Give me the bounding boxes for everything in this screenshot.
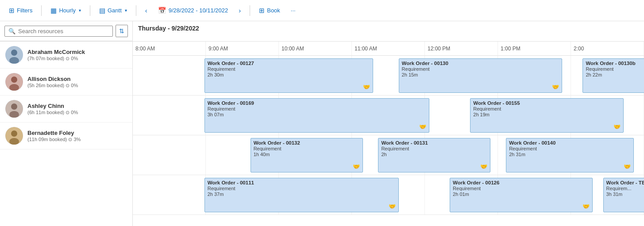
event-duration: 2h 30m	[208, 72, 370, 77]
time-col	[133, 135, 206, 175]
time-slot-header: 11:00 AM	[352, 42, 425, 55]
event-block[interactable]: Work Order - 00130b Requirement 2h 22m 🤝	[582, 58, 644, 93]
event-block[interactable]: Work Order - 00111 Requirement 2h 37m 🤝	[204, 178, 399, 212]
date-header: Thursday - 9/29/2022	[133, 21, 644, 42]
svg-point-10	[11, 130, 17, 137]
prev-button[interactable]: ‹	[142, 4, 151, 16]
timeline-row: Work Order - 00169 Requirement 3h 07m 🤝 …	[133, 96, 644, 135]
resource-item[interactable]: Allison Dickson (5h 26m booked) ⊙ 0%	[0, 69, 132, 96]
filters-button[interactable]: ⊞ Filters	[5, 4, 36, 17]
app-container: ⊞ Filters ▦ Hourly ▾ ▤ Gantt ▾ ‹ 📅 9/28/…	[0, 0, 644, 226]
handshake-icon: 🤝	[353, 163, 360, 170]
event-duration: 2h 22m	[586, 72, 644, 77]
avatar	[5, 100, 23, 118]
handshake-icon: 🤝	[624, 163, 631, 170]
event-type: Requirement	[509, 146, 631, 151]
resource-item[interactable]: Ashley Chinn (6h 11m booked) ⊙ 0%	[0, 96, 132, 123]
handshake-icon: 🤝	[582, 203, 590, 210]
handshake-icon: 🤝	[480, 163, 487, 170]
resource-item[interactable]: Abraham McCormick (7h 07m booked) ⊙ 0%	[0, 42, 132, 69]
prev-icon: ‹	[145, 7, 147, 14]
event-duration: 2h 19m	[473, 112, 621, 117]
search-area: 🔍 ⇅	[0, 21, 133, 42]
event-block[interactable]: Work Order - 00126 Requirement 2h 01m 🤝	[450, 178, 593, 212]
event-block[interactable]: Work Order - 00155 Requirement 2h 19m 🤝	[470, 98, 624, 133]
date-range-button[interactable]: 📅 9/28/2022 - 10/11/2022	[154, 4, 231, 17]
calendar-icon: 📅	[158, 7, 166, 15]
event-block[interactable]: Work Order - 00127 Requirement 2h 30m 🤝	[204, 58, 373, 93]
separator-3	[136, 5, 136, 16]
resource-meta: (7h 07m booked) ⊙ 0%	[27, 56, 85, 61]
resource-info: Ashley Chinn (6h 11m booked) ⊙ 0%	[27, 103, 78, 115]
timeline-row: Work Order - 00132 Requirement 1h 40m 🤝 …	[133, 135, 644, 175]
search-input[interactable]	[18, 28, 109, 34]
book-icon: ⊞	[259, 7, 265, 15]
timeline-row: Work Order - 00127 Requirement 2h 30m 🤝 …	[133, 56, 644, 96]
search-icon: 🔍	[8, 28, 15, 34]
event-block[interactable]: Work Order - 00131 Requirement 2h 🤝	[378, 138, 490, 172]
handshake-icon: 🤝	[363, 84, 370, 90]
resource-item[interactable]: Bernadette Foley (11h 09m booked) ⊙ 3%	[0, 123, 132, 149]
event-duration: 2h 15m	[402, 72, 559, 77]
event-title: Work Order - TBD	[606, 180, 644, 185]
resource-info: Allison Dickson (5h 26m booked) ⊙ 0%	[27, 76, 78, 88]
event-title: Work Order - 00126	[453, 180, 590, 185]
next-button[interactable]: ›	[235, 4, 244, 16]
more-button[interactable]: ···	[287, 5, 299, 16]
sort-icon: ⇅	[119, 27, 124, 34]
event-title: Work Order - 00111	[208, 180, 396, 185]
time-slot-header: 10:00 AM	[279, 42, 352, 55]
event-type: Requirement	[473, 106, 621, 111]
timeline-row: Work Order - 00111 Requirement 2h 37m 🤝 …	[133, 175, 644, 215]
resource-meta: (11h 09m booked) ⊙ 3%	[27, 137, 81, 142]
search-input-wrap[interactable]: 🔍	[4, 26, 113, 37]
svg-point-1	[11, 50, 17, 56]
book-button[interactable]: ⊞ Book	[255, 4, 284, 17]
sort-button[interactable]: ⇅	[116, 25, 128, 37]
event-duration: 3h 31m	[606, 192, 644, 197]
resource-sidebar: Abraham McCormick (7h 07m booked) ⊙ 0% A…	[0, 42, 133, 226]
gantt-icon: ▤	[99, 7, 105, 15]
filter-icon: ⊞	[9, 7, 15, 15]
event-block[interactable]: Work Order - 00169 Requirement 3h 07m 🤝	[204, 98, 429, 133]
event-block[interactable]: Work Order - TBD Requirem... 3h 31m 🤝	[603, 178, 644, 212]
event-block[interactable]: Work Order - 00130 Requirement 2h 15m 🤝	[399, 58, 563, 93]
event-duration: 1h 40m	[254, 152, 360, 157]
filters-label: Filters	[17, 7, 32, 14]
event-type: Requirement	[254, 146, 360, 151]
event-duration: 3h 07m	[208, 112, 426, 117]
event-type: Requirement	[402, 66, 559, 72]
event-title: Work Order - 00130b	[586, 61, 644, 66]
time-col	[133, 96, 206, 135]
main-content: 🔍 ⇅ Thursday - 9/29/2022	[0, 21, 644, 226]
event-title: Work Order - 00131	[381, 140, 487, 146]
hourly-button[interactable]: ▦ Hourly ▾	[47, 4, 85, 17]
event-duration: 2h 31m	[509, 152, 631, 157]
resource-meta: (6h 11m booked) ⊙ 0%	[27, 110, 78, 115]
event-type: Requirement	[586, 66, 644, 72]
time-slot-header: 2:00	[571, 42, 644, 55]
resource-info: Bernadette Foley (11h 09m booked) ⊙ 3%	[27, 130, 81, 142]
time-col	[133, 175, 206, 215]
next-icon: ›	[239, 7, 241, 14]
separator-2	[90, 5, 90, 16]
resource-meta: (5h 26m booked) ⊙ 0%	[27, 83, 78, 88]
event-title: Work Order - 00130	[402, 61, 559, 66]
svg-point-7	[11, 103, 17, 110]
hourly-icon: ▦	[50, 7, 57, 15]
date-range-label: 9/28/2022 - 10/11/2022	[169, 7, 228, 14]
separator-4	[250, 5, 250, 16]
event-title: Work Order - 00155	[473, 100, 621, 106]
timeline: 8:00 AM9:00 AM10:00 AM11:00 AM12:00 PM1:…	[133, 42, 644, 226]
time-slot-header: 9:00 AM	[206, 42, 279, 55]
gantt-button[interactable]: ▤ Gantt ▾	[96, 4, 131, 17]
book-label: Book	[267, 7, 280, 14]
event-type: Requirement	[208, 66, 370, 72]
search-bar: 🔍 ⇅	[0, 21, 132, 41]
chevron-down-icon-2: ▾	[125, 8, 127, 13]
event-type: Requirement	[381, 146, 487, 151]
event-block[interactable]: Work Order - 00132 Requirement 1h 40m 🤝	[251, 138, 363, 172]
event-block[interactable]: Work Order - 00140 Requirement 2h 31m 🤝	[506, 138, 634, 172]
event-duration: 2h 37m	[208, 192, 396, 197]
resource-list: Abraham McCormick (7h 07m booked) ⊙ 0% A…	[0, 42, 132, 226]
